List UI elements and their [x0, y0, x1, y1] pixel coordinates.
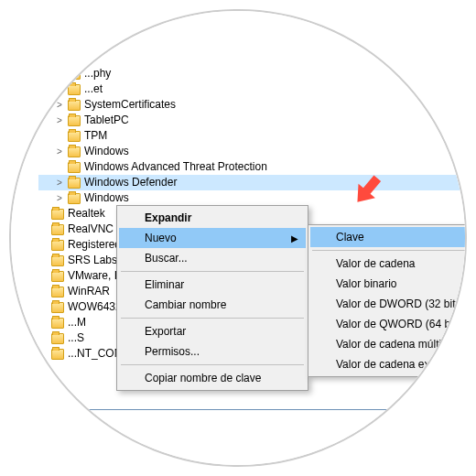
tree-item-label: ...S — [68, 330, 84, 346]
tree-item-label: SystemCertificates — [84, 97, 176, 113]
submenu-item[interactable]: Valor de QWORD (64 bits) — [310, 314, 467, 334]
tree-item-label: TPM — [84, 128, 107, 144]
submenu-item-label: Valor de cadena múltiple — [336, 338, 456, 351]
tree-item[interactable]: >Windows Advanced Threat Protection — [38, 159, 467, 175]
tree-item-label: ...phy — [84, 66, 111, 81]
submenu-item[interactable]: Clave — [310, 227, 467, 247]
folder-icon — [51, 333, 64, 344]
folder-icon — [51, 224, 64, 235]
menu-item-label: Buscar... — [145, 252, 188, 265]
submenu-item[interactable]: Valor de cadena expandible — [310, 354, 467, 374]
folder-icon — [68, 146, 81, 157]
tree-item-label: ...et — [84, 81, 103, 97]
submenu-item-label: Valor de cadena — [336, 257, 416, 270]
folder-icon — [51, 349, 64, 360]
folder-icon — [51, 287, 64, 298]
folder-icon — [51, 318, 64, 329]
folder-icon — [51, 209, 64, 220]
submenu-item-label: Valor de QWORD (64 bits) — [336, 318, 465, 330]
tree-item-label: ...M — [68, 315, 86, 330]
menu-item[interactable]: Eliminar — [119, 275, 306, 295]
submenu-item[interactable]: Valor de DWORD (32 bits) — [310, 294, 467, 314]
menu-item-label: Exportar — [145, 325, 186, 338]
context-menu[interactable]: ExpandirNuevo▶Buscar...EliminarCambiar n… — [116, 205, 308, 391]
tree-item-label: Windows — [84, 144, 129, 159]
tree-item[interactable]: >Windows Defender — [38, 175, 467, 190]
submenu-item[interactable]: Valor de cadena — [310, 254, 467, 274]
submenu-item-label: Clave — [336, 231, 364, 243]
submenu-arrow-icon: ▶ — [291, 233, 298, 243]
expand-chevron-icon[interactable]: > — [55, 144, 64, 159]
menu-item[interactable]: Permisos... — [119, 341, 306, 362]
tree-item-label: TabletPC — [84, 113, 129, 128]
folder-icon — [68, 131, 81, 142]
menu-item[interactable]: Cambiar nombre — [119, 295, 306, 315]
folder-icon — [51, 255, 64, 266]
menu-item[interactable]: Buscar... — [119, 248, 306, 268]
expand-chevron-icon[interactable]: > — [55, 190, 64, 206]
tree-item[interactable]: >...phy — [38, 66, 467, 81]
tree-item[interactable]: >Windows — [38, 190, 467, 206]
tree-item[interactable]: >TabletPC — [38, 113, 467, 128]
expand-chevron-icon[interactable]: > — [55, 175, 64, 190]
folder-icon — [68, 100, 81, 111]
folder-icon — [68, 162, 81, 173]
tree-item-label: Windows Defender — [84, 175, 177, 190]
submenu-item-label: Valor de cadena expandible — [336, 358, 467, 371]
separator-line — [38, 409, 460, 410]
menu-item-label: Copiar nombre de clave — [145, 372, 261, 384]
folder-icon — [68, 69, 81, 80]
menu-item[interactable]: Copiar nombre de clave — [119, 368, 306, 388]
menu-separator — [121, 318, 304, 319]
menu-separator — [121, 364, 304, 365]
folder-icon — [68, 193, 81, 204]
menu-item[interactable]: Expandir — [119, 208, 306, 228]
submenu-item[interactable]: Valor binario — [310, 274, 467, 294]
submenu-item-label: Valor binario — [336, 277, 396, 290]
tree-item[interactable]: >Windows — [38, 144, 467, 159]
folder-icon — [68, 115, 81, 126]
menu-item-label: Permisos... — [145, 345, 200, 358]
submenu-item-label: Valor de DWORD (32 bits) — [336, 298, 464, 310]
menu-item-label: Eliminar — [145, 278, 184, 291]
menu-item-label: Nuevo — [145, 232, 177, 244]
folder-icon — [51, 302, 64, 313]
menu-item-label: Cambiar nombre — [145, 298, 226, 311]
tree-item-label: WinRAR — [68, 284, 110, 299]
menu-item-label: Expandir — [145, 211, 191, 224]
expand-chevron-icon[interactable]: > — [55, 97, 64, 113]
folder-icon — [68, 84, 81, 95]
folder-icon — [68, 178, 81, 189]
tree-item-label: Windows Advanced Threat Protection — [84, 159, 267, 175]
tree-item-label: RealVNC — [68, 222, 114, 237]
folder-icon — [51, 271, 64, 282]
context-submenu-nuevo[interactable]: ClaveValor de cadenaValor binarioValor d… — [308, 224, 467, 377]
menu-item[interactable]: Exportar — [119, 321, 306, 341]
menu-item[interactable]: Nuevo▶ — [119, 228, 306, 248]
tree-item-label: Realtek — [68, 206, 105, 222]
tree-item-label: SRS Labs — [68, 253, 117, 268]
expand-chevron-icon[interactable]: > — [55, 113, 64, 128]
folder-icon — [51, 240, 64, 251]
tree-item-label: Windows — [84, 190, 129, 206]
submenu-item[interactable]: Valor de cadena múltiple — [310, 334, 467, 354]
tree-item[interactable]: >TPM — [38, 128, 467, 144]
menu-separator — [121, 271, 304, 272]
tree-item[interactable]: >SystemCertificates — [38, 97, 467, 113]
menu-separator — [312, 250, 466, 251]
tree-item[interactable]: >...et — [38, 81, 467, 97]
